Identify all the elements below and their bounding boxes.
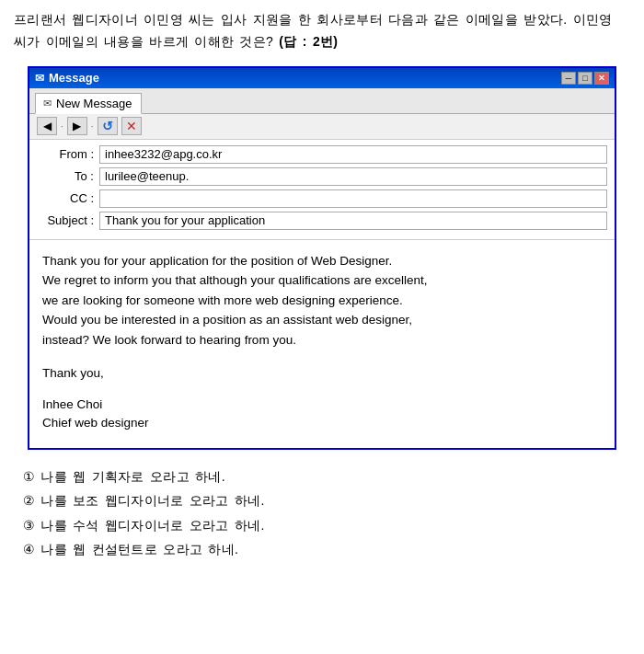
close-button[interactable]: ✕: [594, 72, 609, 85]
window-title: Message: [49, 71, 99, 85]
email-window: ✉ Message ─ □ ✕ ✉ New Message ◀ · ▶: [28, 66, 616, 450]
cc-input[interactable]: [99, 189, 607, 208]
answer-text: 나를 보조 웹디자이너로 오라고 하네.: [40, 488, 264, 513]
answer-text: 나를 웹 컨설턴트로 오라고 하네.: [40, 537, 238, 562]
answer-num: ③: [23, 513, 35, 538]
title-bar: ✉ Message ─ □ ✕: [29, 68, 615, 88]
body-thanks: Thank you,: [42, 363, 602, 384]
back-button[interactable]: ◀: [37, 117, 57, 135]
new-message-tab[interactable]: ✉ New Message: [35, 93, 142, 114]
answer-item: ①나를 웹 기획자로 오라고 하네.: [23, 465, 621, 489]
body-paragraph: Thank you for your application for the p…: [42, 251, 602, 350]
body-line5: instead? We look forward to hearing from…: [42, 333, 296, 347]
body-line4: Would you be interested in a position as…: [42, 313, 412, 327]
signature: Inhee Choi Chief web designer: [42, 396, 602, 433]
answer-num: ②: [23, 488, 35, 513]
sig-name: Inhee Choi: [42, 396, 602, 414]
subject-row: Subject :: [37, 212, 607, 230]
answers-section: ①나를 웹 기획자로 오라고 하네.②나를 보조 웹디자이너로 오라고 하네.③…: [14, 465, 630, 562]
cc-row: CC :: [37, 189, 607, 208]
toolbar-dot2: ·: [91, 121, 94, 132]
from-row: From :: [37, 145, 607, 164]
stop-button[interactable]: ✕: [121, 117, 142, 135]
cc-label: CC :: [37, 191, 99, 205]
email-body: Thank you for your application for the p…: [29, 240, 615, 448]
tab-label: New Message: [56, 97, 132, 110]
answer-item: ④나를 웹 컨설턴트로 오라고 하네.: [23, 537, 621, 562]
to-input[interactable]: [99, 167, 607, 186]
body-line3: we are looking for someone with more web…: [42, 293, 403, 307]
forward-button[interactable]: ▶: [67, 117, 87, 135]
answer-num: ④: [23, 537, 35, 562]
answer-item: ③나를 수석 웹디자이너로 오라고 하네.: [23, 513, 621, 538]
sig-title: Chief web designer: [42, 414, 602, 432]
toolbar: ◀ · ▶ · ↺ ✕: [29, 114, 615, 140]
to-label: To :: [37, 169, 99, 183]
body-line2: We regret to inform you that although yo…: [42, 273, 427, 287]
tab-bar: ✉ New Message: [29, 88, 615, 114]
answer-item: ②나를 보조 웹디자이너로 오라고 하네.: [23, 488, 621, 513]
question-text: 프리랜서 웹디자이너 이민영 씨는 입사 지원을 한 회사로부터 다음과 같은 …: [14, 9, 630, 53]
answer-num: ①: [23, 465, 35, 489]
minimize-button[interactable]: ─: [561, 72, 576, 85]
maximize-button[interactable]: □: [578, 72, 592, 85]
to-row: To :: [37, 167, 607, 186]
answer-text: 나를 수석 웹디자이너로 오라고 하네.: [40, 513, 264, 538]
body-line1: Thank you for your application for the p…: [42, 254, 392, 268]
from-input[interactable]: [99, 145, 607, 164]
title-bar-controls[interactable]: ─ □ ✕: [561, 72, 609, 85]
from-label: From :: [37, 147, 99, 161]
subject-input[interactable]: [99, 212, 607, 230]
window-title-icon: ✉: [35, 72, 44, 85]
subject-label: Subject :: [37, 213, 99, 227]
answer-text: 나를 웹 기획자로 오라고 하네.: [40, 465, 225, 489]
email-form: From : To : CC : Subject :: [29, 140, 615, 240]
title-bar-left: ✉ Message: [35, 71, 99, 85]
refresh-button[interactable]: ↺: [98, 117, 118, 135]
toolbar-dot1: ·: [61, 121, 63, 132]
tab-icon: ✉: [43, 98, 52, 109]
